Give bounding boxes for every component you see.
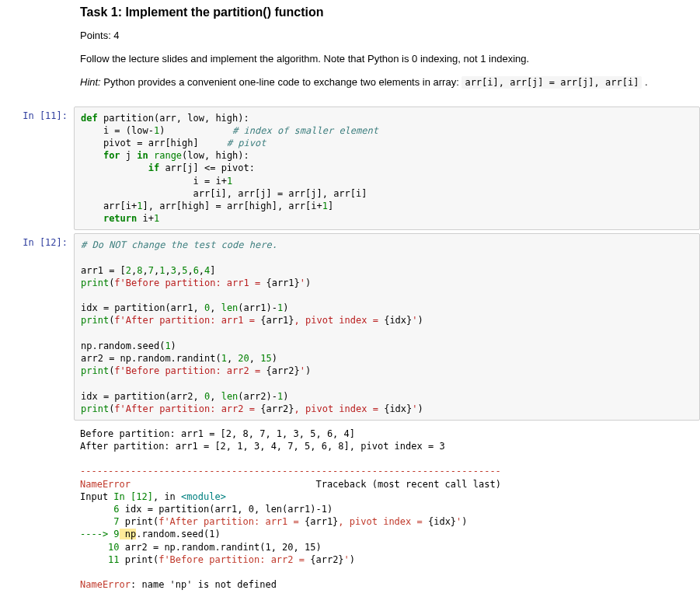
l7g: ) — [461, 516, 467, 527]
l10num: 10 — [80, 542, 120, 553]
err-final-a: NameError — [80, 579, 131, 590]
l9t: .random.seed(1) — [136, 529, 220, 539]
err-name: NameError — [80, 479, 131, 490]
arrow: ----> — [80, 529, 113, 539]
tb-input-c: , in — [153, 491, 181, 502]
notebook: Task 1: Implement the partition() functi… — [0, 0, 700, 597]
hint-text: Python provides a convenient one-line co… — [101, 76, 462, 88]
markdown-cell-task: Task 1: Implement the partition() functi… — [0, 0, 700, 105]
prompt-out-empty — [0, 424, 74, 595]
l11e: ) — [350, 554, 355, 565]
l7b: f'After partition: arr1 = — [158, 516, 305, 527]
markdown-content: Task 1: Implement the partition() functi… — [74, 2, 700, 103]
l6txt: idx = partition(arr1, 0, len(arr1)-1) — [120, 504, 333, 515]
code-cell-12[interactable]: In [12]: # Do NOT change the test code h… — [0, 232, 700, 422]
l10t: arr2 = np.random.randint(1, 20, 15) — [120, 542, 322, 553]
instructions-text: Follow the lecture slides and implement … — [80, 52, 694, 66]
output-cell-12: Before partition: arr1 = [2, 8, 7, 1, 3,… — [0, 422, 700, 596]
l7num: 7 — [80, 516, 120, 527]
l11a: print( — [120, 554, 159, 565]
l9hl: np — [120, 529, 137, 539]
err-final-b: : name 'np' is not defined — [131, 579, 277, 590]
code-content-12[interactable]: # Do NOT change the test code here. arr1… — [74, 233, 700, 421]
l9num: 9 — [113, 529, 119, 539]
l11d: ' — [344, 554, 350, 565]
l7e: {idx} — [428, 516, 456, 527]
stdout: Before partition: arr1 = [2, 8, 7, 1, 3,… — [80, 428, 694, 591]
l7c: {arr1} — [305, 516, 338, 527]
l11c: {arr2} — [310, 554, 343, 565]
hint-after: . — [642, 76, 647, 88]
tb-trace: Traceback (most recent call last) — [131, 479, 501, 490]
tb-input-b: In [12] — [113, 491, 153, 502]
code-pre-12[interactable]: # Do NOT change the test code here. arr1… — [81, 239, 693, 415]
prompt-empty — [0, 2, 74, 103]
stdout-line-0: Before partition: arr1 = [2, 8, 7, 1, 3,… — [80, 428, 355, 439]
points-text: Points: 4 — [80, 29, 694, 43]
l11b: f'Before partition: arr2 = — [158, 554, 310, 565]
code-content-11[interactable]: def partition(arr, low, high): i = (low-… — [74, 106, 700, 231]
hint-code: arr[i], arr[j] = arr[j], arr[i] — [461, 76, 642, 89]
hint-line: Hint: Python provides a convenient one-l… — [80, 75, 694, 89]
output-content: Before partition: arr1 = [2, 8, 7, 1, 3,… — [74, 424, 700, 595]
tb-input-a: Input — [80, 491, 113, 502]
l11num: 11 — [80, 554, 120, 565]
prompt-11: In [11]: — [0, 106, 74, 231]
tb-input-d: <module> — [181, 491, 226, 502]
traceback-sep: ----------------------------------------… — [80, 466, 501, 477]
code-cell-11[interactable]: In [11]: def partition(arr, low, high): … — [0, 105, 700, 232]
l7d: , pivot index = — [338, 516, 428, 527]
task-heading: Task 1: Implement the partition() functi… — [80, 5, 694, 19]
l6num: 6 — [80, 504, 120, 515]
prompt-12: In [12]: — [0, 233, 74, 421]
hint-label: Hint: — [80, 76, 101, 88]
l7a: print( — [120, 516, 159, 527]
stdout-line-1: After partition: arr1 = [2, 1, 3, 4, 7, … — [80, 441, 445, 452]
code-pre-11[interactable]: def partition(arr, low, high): i = (low-… — [81, 112, 693, 225]
